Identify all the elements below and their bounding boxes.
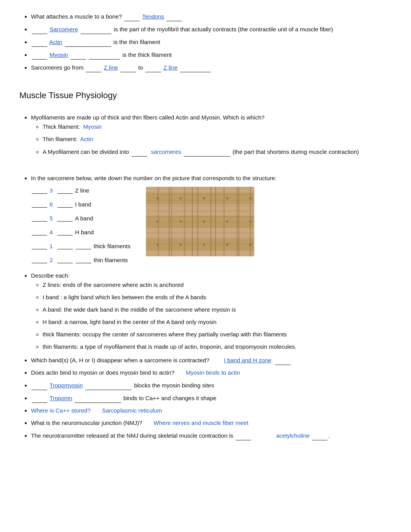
sarcomere-picture-text: In the sarcomere below, write down the n… xyxy=(31,175,277,181)
blank-zline-2 xyxy=(120,63,136,72)
myofilament-sub2-text: (the part that shortens during muscle co… xyxy=(233,148,359,155)
blank-zline-1 xyxy=(86,63,101,72)
blank-z2 xyxy=(57,187,73,194)
tropomyosin-answer: Tropomyosin xyxy=(50,382,83,389)
blank-t1 xyxy=(32,242,47,249)
describe-zlines: Z lines: ends of the sarcomere where act… xyxy=(43,280,392,290)
blank-divided xyxy=(132,147,147,157)
sarcomere-svg xyxy=(146,187,254,256)
svg-point-17 xyxy=(249,220,252,223)
bullet-myofilament: Myofilaments are made up of thick and th… xyxy=(31,113,392,157)
describe-thin: thin filaments: a type of myofilament th… xyxy=(43,342,392,351)
blank-sarcomere-2 xyxy=(80,24,111,34)
bullet-tropomyosin: Tropomyosin blocks the myosin binding si… xyxy=(31,380,392,390)
describe-aband: A band: the wide dark band in the middle… xyxy=(43,305,392,314)
zline-to: to xyxy=(138,64,143,71)
blank-th1 xyxy=(32,256,47,263)
svg-point-12 xyxy=(249,197,252,200)
bullet-sarcomere-picture: In the sarcomere below, write down the n… xyxy=(31,174,392,183)
svg-point-9 xyxy=(180,197,182,200)
bullet-nmj: What is the neuromuscular junction (NMJ)… xyxy=(31,418,392,428)
sarcomere-answer: Sarcomere xyxy=(50,26,78,32)
blank-z1 xyxy=(32,187,47,194)
top-bullets: What attaches a muscle to a bone? Tendon… xyxy=(31,12,392,72)
actin-text: is the thin filament xyxy=(113,39,160,45)
bullet-actin: Actin is the thin filament xyxy=(31,37,392,47)
ca-stored-answer: Sarcoplasmic reticulum xyxy=(102,407,162,414)
neurotransmitter-text: The neurotransmitter released at the NMJ… xyxy=(31,432,233,439)
actin-answer: Actin xyxy=(49,39,62,45)
sarcomere-row-zline: 3 Z line xyxy=(31,187,130,194)
tropomyosin-text: blocks the myosin binding sites xyxy=(134,382,214,389)
describe-list: Z lines: ends of the sarcomere where act… xyxy=(43,280,392,351)
neurotransmitter-answer: acetylcholine xyxy=(276,432,310,439)
blank-i1 xyxy=(32,201,47,208)
blank-tropo-1 xyxy=(32,380,47,390)
blank-a2 xyxy=(57,215,73,222)
bullet-zline: Sarcomeres go from Z line to Z line xyxy=(31,63,392,72)
thin-item: Thin filament: Actin xyxy=(43,135,392,144)
svg-point-22 xyxy=(249,244,252,246)
zline-answer1: Z line xyxy=(104,64,118,71)
sarcomere-diagram xyxy=(146,187,254,256)
which-band-answer: I band and H zone xyxy=(224,357,272,363)
myofilament-sub-list: Thick filament: Myosin Thin filament: Ac… xyxy=(43,122,392,157)
thin-num: 2 xyxy=(50,257,55,263)
iband-num: 6 xyxy=(50,201,55,208)
blank-t3 xyxy=(76,242,91,249)
blank-th3 xyxy=(76,256,91,263)
thick-item: Thick filament: Myosin xyxy=(43,122,392,131)
actin-myosin-answer: Myosin binds to actin xyxy=(186,369,240,376)
svg-point-11 xyxy=(226,197,228,200)
hband-label: H band xyxy=(75,229,94,235)
blank-actin-1 xyxy=(32,37,47,47)
svg-rect-0 xyxy=(146,187,254,256)
blank-troponin-1 xyxy=(32,393,47,403)
thin-filaments-label: thin filaments xyxy=(94,257,128,263)
blank-zline-4 xyxy=(180,63,211,72)
section-title: Muscle Tissue Physiology xyxy=(19,90,392,101)
blank-myosin-1 xyxy=(32,50,47,60)
blank-t2 xyxy=(57,242,73,249)
sarcomere-section: 3 Z line 6 I band 5 A band 4 H band xyxy=(31,187,392,263)
bullet-actin-myosin: Does actin bind to myosin or does myosin… xyxy=(31,368,392,377)
svg-point-14 xyxy=(180,220,182,223)
myofilament-text: Myofilaments are made up of thick and th… xyxy=(31,114,265,121)
sarcomere-row-thin: 2 thin filaments xyxy=(31,256,130,263)
bullet-troponin: Troponin binds to Ca++ and changes it sh… xyxy=(31,393,392,403)
iband-label: I band xyxy=(75,201,91,208)
which-band-text: Which band(s) (A, H or I) disappear when… xyxy=(31,357,209,363)
sarcomere-row-thick: 1 thick filaments xyxy=(31,242,130,249)
zline-text1: Sarcomeres go from xyxy=(31,64,84,71)
thick-num: 1 xyxy=(50,243,55,249)
svg-rect-1 xyxy=(146,193,254,204)
blank-sarcomere-1 xyxy=(32,24,47,34)
actin-myosin-text: Does actin bind to myosin or does myosin… xyxy=(31,369,175,376)
svg-point-10 xyxy=(203,197,205,200)
sarcomeres-answer: sarcomeres xyxy=(151,148,181,155)
myofilament-sub-text: A Myofilament can be divided into xyxy=(43,148,129,155)
blank-tendons-2 xyxy=(166,12,182,21)
bullet-neurotransmitter: The neurotransmitter released at the NMJ… xyxy=(31,431,392,440)
tendons-answer: Tendons xyxy=(142,13,164,20)
blank-divided-2 xyxy=(184,147,230,157)
blank-h2 xyxy=(57,228,73,235)
blank-tropo-2 xyxy=(85,380,132,390)
bullet-tendons-text: What attaches a muscle to a bone? xyxy=(31,13,122,20)
troponin-answer: Troponin xyxy=(50,395,72,401)
blank-actin-2 xyxy=(65,37,111,47)
blank-tendons-1 xyxy=(124,12,140,21)
bullet-ca-stored: Where is Ca++ stored? Sarcoplasmic retic… xyxy=(31,406,392,415)
svg-point-8 xyxy=(156,197,159,200)
thick-filaments-label: thick filaments xyxy=(94,243,130,249)
svg-point-20 xyxy=(203,244,205,246)
hband-num: 4 xyxy=(50,229,55,235)
blank-troponin-2 xyxy=(75,393,121,403)
bullet-describe: Describe each: Z lines: ends of the sarc… xyxy=(31,271,392,351)
blank-nt-1 xyxy=(236,431,251,440)
svg-point-15 xyxy=(203,220,205,223)
thick-label: Thick filament: xyxy=(43,123,80,130)
bullet-sarcomere: Sarcomere is the part of the myofibril t… xyxy=(31,24,392,34)
zline-answer2: Z line xyxy=(163,64,178,71)
svg-point-19 xyxy=(180,244,182,246)
